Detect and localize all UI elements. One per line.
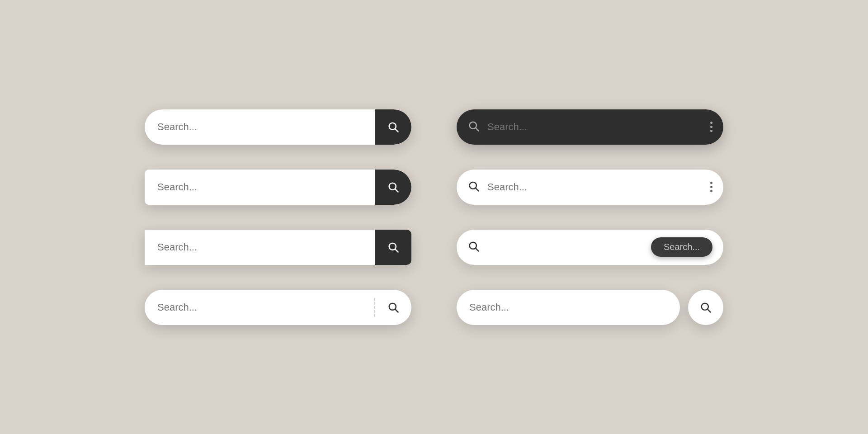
search-bar-1 (145, 109, 411, 145)
search-input-r4[interactable] (469, 302, 667, 313)
search-input-area-2 (145, 170, 375, 205)
svg-line-5 (395, 249, 398, 252)
svg-line-7 (395, 309, 398, 312)
search-button-3[interactable] (375, 230, 411, 265)
search-icon (387, 301, 400, 314)
search-bar-r3: Search... (457, 230, 723, 265)
search-icon (387, 181, 400, 193)
svg-line-11 (476, 188, 478, 191)
svg-line-13 (476, 248, 478, 251)
search-icon (387, 241, 400, 254)
search-input-3[interactable] (157, 241, 363, 253)
search-bar-r1 (457, 109, 723, 145)
more-options-icon-r2[interactable] (710, 182, 712, 192)
search-pill-r4 (457, 290, 680, 325)
search-icon-r1 (467, 120, 480, 134)
search-input-r2[interactable] (487, 181, 703, 193)
search-input-area-3 (145, 230, 375, 265)
search-bar-r4 (457, 290, 723, 325)
search-icon-r4 (699, 301, 712, 314)
search-input-1[interactable] (157, 121, 363, 133)
search-icon-r2 (467, 180, 480, 194)
more-options-icon-r1[interactable] (710, 122, 712, 132)
svg-line-3 (395, 189, 398, 192)
search-button-r3[interactable]: Search... (651, 237, 712, 257)
right-column: Search... (457, 109, 723, 325)
search-input-2[interactable] (157, 181, 363, 193)
search-button-2[interactable] (375, 170, 411, 205)
search-bar-2 (145, 170, 411, 205)
search-icon (387, 121, 400, 133)
search-icon-r3 (467, 240, 480, 255)
svg-line-1 (395, 129, 398, 132)
search-input-area-1 (145, 109, 375, 145)
search-button-1[interactable] (375, 109, 411, 145)
main-container: Search... (118, 82, 750, 352)
search-input-4[interactable] (157, 302, 362, 313)
svg-line-15 (708, 309, 710, 312)
search-input-r1[interactable] (487, 121, 703, 133)
search-bar-4 (145, 290, 411, 325)
search-bar-3 (145, 230, 411, 265)
svg-line-9 (476, 128, 478, 131)
search-circle-button-r4[interactable] (688, 290, 723, 325)
search-input-area-4 (145, 290, 374, 325)
search-bar-r2 (457, 170, 723, 205)
left-column (145, 109, 411, 325)
search-button-4[interactable] (375, 290, 411, 325)
